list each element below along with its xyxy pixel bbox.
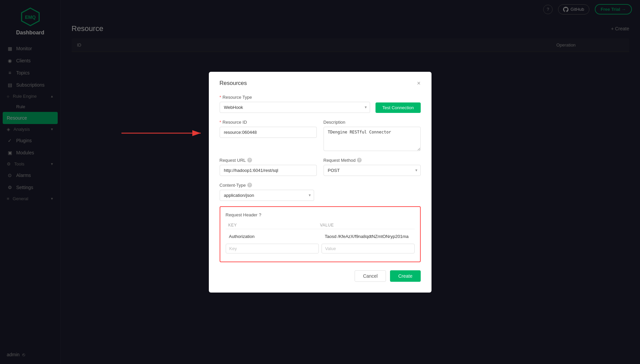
content-type-select[interactable]: application/json text/plain (220, 190, 314, 201)
resource-id-description-row: * Resource ID Description TDengine RESTf… (220, 120, 421, 151)
request-method-select-wrapper: POST GET PUT DELETE ▾ (324, 165, 421, 176)
resource-type-select-wrapper: WebHook ▾ (220, 102, 370, 113)
header-key-input[interactable] (226, 244, 319, 253)
create-dialog-button[interactable]: Create (390, 270, 420, 282)
request-header-section: Request Header ? KEY VALUE Authorization… (220, 206, 421, 262)
request-method-help-icon[interactable]: ? (357, 158, 362, 162)
description-label: Description (324, 120, 421, 125)
request-method-group: Request Method ? POST GET PUT DELETE ▾ (324, 158, 421, 176)
content-type-label: Content-Type ? (220, 183, 314, 188)
request-url-help-icon[interactable]: ? (247, 158, 252, 162)
modal-overlay: Resources × * Resource Type WebHook ▾ Te… (0, 0, 640, 364)
dialog-title: Resources (220, 80, 247, 87)
header-table: KEY VALUE Authorization Taosd /KfeAzX/f9… (226, 221, 415, 253)
content-type-help-icon[interactable]: ? (247, 183, 252, 187)
header-table-head: KEY VALUE (226, 221, 415, 229)
request-header-title: Request Header ? (226, 212, 415, 217)
close-button[interactable]: × (417, 80, 421, 86)
resource-type-label: * Resource Type (220, 95, 370, 100)
resources-dialog: Resources × * Resource Type WebHook ▾ Te… (209, 72, 432, 293)
cancel-button[interactable]: Cancel (355, 270, 386, 282)
request-method-label: Request Method ? (324, 158, 421, 163)
resource-type-row: * Resource Type WebHook ▾ Test Connectio… (220, 95, 421, 113)
header-key-filled: Authorization (226, 232, 319, 241)
dialog-footer: Cancel Create (220, 270, 421, 282)
request-method-select[interactable]: POST GET PUT DELETE (324, 165, 421, 176)
content-type-row: Content-Type ? application/json text/pla… (220, 183, 421, 201)
request-url-label: Request URL ? (220, 158, 317, 163)
request-url-input[interactable] (220, 165, 317, 176)
request-url-group: Request URL ? (220, 158, 317, 176)
description-textarea[interactable]: TDengine RESTful Connector (324, 127, 421, 151)
dialog-header: Resources × (220, 80, 421, 87)
content-type-select-wrapper: application/json text/plain ▾ (220, 190, 314, 201)
header-value-filled: Taosd /KfeAzX/f9na8qdtNZmtONryp201ma (322, 232, 415, 241)
header-value-input[interactable] (322, 244, 415, 253)
resource-id-group: * Resource ID (220, 120, 317, 138)
key-column-header: KEY (228, 223, 320, 228)
resource-type-select[interactable]: WebHook (220, 102, 370, 113)
url-method-row: Request URL ? Request Method ? POST GET … (220, 158, 421, 176)
required-star: * (220, 95, 221, 100)
test-connection-button[interactable]: Test Connection (375, 102, 420, 113)
header-empty-row (226, 244, 415, 253)
description-group: Description TDengine RESTful Connector (324, 120, 421, 151)
table-row: Authorization Taosd /KfeAzX/f9na8qdtNZmt… (226, 232, 415, 241)
request-header-help-icon[interactable]: ? (259, 212, 261, 217)
resource-type-group: * Resource Type WebHook ▾ (220, 95, 370, 113)
value-column-header: VALUE (320, 223, 412, 228)
resource-id-label: * Resource ID (220, 120, 317, 125)
resource-id-input[interactable] (220, 127, 317, 138)
content-type-group: Content-Type ? application/json text/pla… (220, 183, 314, 201)
